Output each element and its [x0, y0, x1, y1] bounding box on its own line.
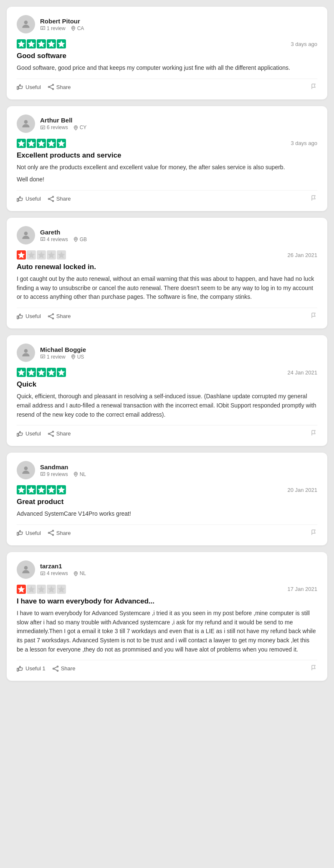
- svg-marker-45: [48, 486, 55, 493]
- share-button[interactable]: Share: [52, 665, 76, 672]
- reviewer-meta: 6 reviews CY: [40, 125, 86, 130]
- share-button[interactable]: Share: [48, 529, 71, 536]
- svg-point-57: [57, 666, 58, 667]
- svg-marker-6: [58, 41, 65, 47]
- svg-point-29: [48, 316, 49, 317]
- rating-row: 24 Jan 2021: [17, 368, 317, 377]
- reviewer-info: Gareth 4 reviews GB: [40, 229, 87, 242]
- reviewer-meta: 9 reviews NL: [40, 471, 86, 477]
- review-date: 17 Jan 2021: [287, 586, 317, 592]
- svg-point-48: [52, 535, 53, 536]
- reviewer-location: GB: [73, 237, 87, 242]
- reviewer-review-count: 1 review: [40, 25, 66, 31]
- useful-button[interactable]: Useful: [17, 430, 41, 437]
- review-date: 26 Jan 2021: [287, 252, 317, 258]
- review-title: I have to warn everybody for Advanced...: [17, 597, 317, 606]
- star-rating: [17, 368, 66, 377]
- reviewer-row: Sandman 9 reviews NL: [17, 461, 317, 479]
- svg-point-8: [52, 89, 53, 90]
- svg-point-30: [24, 349, 28, 353]
- reviewer-review-count: 1 review: [40, 354, 66, 360]
- action-buttons: Useful 1 Share: [17, 665, 75, 672]
- useful-button[interactable]: Useful: [17, 313, 41, 320]
- svg-marker-32: [18, 369, 25, 376]
- review-card: Arthur Bell 6 reviews CY: [7, 106, 327, 211]
- svg-marker-52: [18, 586, 25, 593]
- svg-point-1: [72, 27, 74, 29]
- review-card: tarzan1 4 reviews NL: [7, 552, 327, 681]
- star-rating: [17, 485, 66, 494]
- svg-point-17: [52, 196, 53, 197]
- useful-button[interactable]: Useful: [17, 84, 41, 90]
- reviewer-info: Sandman 9 reviews NL: [40, 463, 86, 477]
- svg-marker-5: [48, 41, 55, 47]
- share-button[interactable]: Share: [48, 196, 71, 202]
- review-date: 20 Jan 2021: [287, 487, 317, 493]
- rating-row: 20 Jan 2021: [17, 485, 317, 494]
- review-card: Michael Boggie 1 review US: [7, 335, 327, 446]
- reviewer-name: Arthur Bell: [40, 117, 86, 124]
- star-filled: [17, 368, 26, 377]
- star-filled: [37, 139, 46, 148]
- flag-button[interactable]: [311, 529, 317, 537]
- svg-point-39: [48, 433, 49, 434]
- reviewer-meta: 4 reviews GB: [40, 237, 87, 242]
- svg-point-31: [72, 356, 74, 357]
- svg-marker-26: [58, 252, 65, 258]
- rating-row: 3 days ago: [17, 39, 317, 48]
- share-button[interactable]: Share: [48, 84, 71, 90]
- share-button[interactable]: Share: [48, 313, 71, 320]
- flag-button[interactable]: [311, 312, 317, 320]
- action-row: Useful Share: [17, 425, 317, 438]
- svg-marker-22: [18, 252, 25, 258]
- star-filled: [47, 368, 56, 377]
- svg-point-47: [52, 530, 53, 532]
- reviewer-meta: 1 review CA: [40, 25, 84, 31]
- svg-point-18: [52, 200, 53, 201]
- review-body: Quick, efficient, thorough and pleasant …: [17, 392, 317, 419]
- flag-button[interactable]: [311, 430, 317, 438]
- reviewer-review-count: 4 reviews: [40, 237, 68, 242]
- avatar: [17, 15, 35, 33]
- flag-button[interactable]: [311, 195, 317, 203]
- star-filled: [37, 485, 46, 494]
- action-row: Useful Share: [17, 308, 317, 320]
- star-empty: [57, 250, 66, 260]
- svg-marker-4: [38, 41, 45, 47]
- svg-point-20: [24, 232, 28, 235]
- svg-marker-44: [38, 486, 45, 493]
- svg-point-37: [52, 431, 53, 432]
- reviewer-location: CA: [71, 25, 84, 31]
- review-date: 3 days ago: [291, 140, 317, 146]
- action-buttons: Useful Share: [17, 196, 71, 202]
- svg-point-49: [48, 532, 49, 534]
- star-filled: [27, 39, 36, 48]
- review-title: Good software: [17, 52, 317, 60]
- svg-marker-56: [58, 586, 65, 593]
- useful-button[interactable]: Useful: [17, 529, 41, 536]
- reviewer-review-count: 6 reviews: [40, 125, 68, 130]
- star-empty: [27, 585, 36, 594]
- useful-button[interactable]: Useful 1: [17, 665, 46, 672]
- review-title: Excellent products and service: [17, 151, 317, 160]
- svg-point-11: [75, 126, 76, 128]
- review-body: I have to warn everybody for Advanced Sy…: [17, 609, 317, 654]
- reviewer-row: Michael Boggie 1 review US: [17, 344, 317, 362]
- svg-point-0: [24, 20, 28, 24]
- star-filled: [47, 139, 56, 148]
- review-title: Quick: [17, 380, 317, 389]
- reviewer-info: tarzan1 4 reviews NL: [40, 563, 86, 576]
- svg-point-50: [24, 566, 28, 570]
- star-filled: [57, 139, 66, 148]
- action-row: Useful Share: [17, 79, 317, 91]
- star-filled: [17, 139, 26, 148]
- reviewer-row: Arthur Bell 6 reviews CY: [17, 115, 317, 133]
- flag-button[interactable]: [311, 664, 317, 672]
- star-empty: [37, 585, 46, 594]
- flag-button[interactable]: [311, 83, 317, 91]
- star-filled: [57, 485, 66, 494]
- star-filled: [17, 585, 26, 594]
- svg-point-40: [24, 467, 28, 471]
- share-button[interactable]: Share: [48, 430, 71, 437]
- useful-button[interactable]: Useful: [17, 196, 41, 202]
